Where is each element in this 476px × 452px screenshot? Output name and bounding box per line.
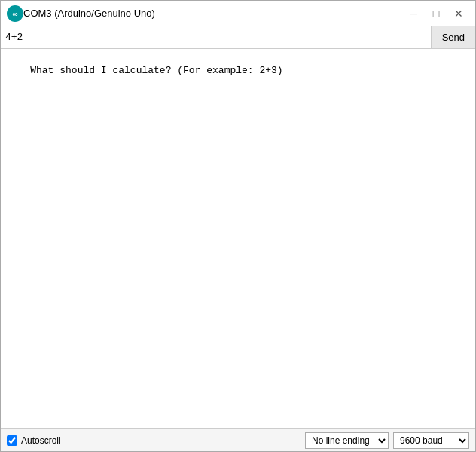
input-bar: Send xyxy=(1,26,475,49)
status-bar: Autoscroll No line ending Newline Carria… xyxy=(1,429,475,451)
autoscroll-container: Autoscroll xyxy=(7,435,61,446)
close-button[interactable]: ✕ xyxy=(448,5,469,23)
serial-output-text: What should I calculate? (For example: 2… xyxy=(30,65,282,76)
autoscroll-checkbox[interactable] xyxy=(7,435,17,446)
baud-rate-select[interactable]: 300 baud 1200 baud 2400 baud 4800 baud 9… xyxy=(393,432,469,449)
autoscroll-label: Autoscroll xyxy=(21,435,61,446)
serial-output-area: What should I calculate? (For example: 2… xyxy=(1,49,475,429)
maximize-button[interactable]: □ xyxy=(426,5,447,23)
line-ending-select[interactable]: No line ending Newline Carriage return B… xyxy=(305,432,389,449)
svg-text:∞: ∞ xyxy=(12,10,17,18)
window-controls: ─ □ ✕ xyxy=(403,5,469,23)
send-button[interactable]: Send xyxy=(431,26,475,48)
serial-input[interactable] xyxy=(1,26,431,48)
status-right: No line ending Newline Carriage return B… xyxy=(305,432,469,449)
minimize-button[interactable]: ─ xyxy=(403,5,424,23)
main-window: ∞ COM3 (Arduino/Genuino Uno) ─ □ ✕ Send … xyxy=(0,0,476,452)
window-title: COM3 (Arduino/Genuino Uno) xyxy=(23,8,403,19)
title-bar: ∞ COM3 (Arduino/Genuino Uno) ─ □ ✕ xyxy=(1,1,475,26)
arduino-logo-icon: ∞ xyxy=(7,5,23,22)
